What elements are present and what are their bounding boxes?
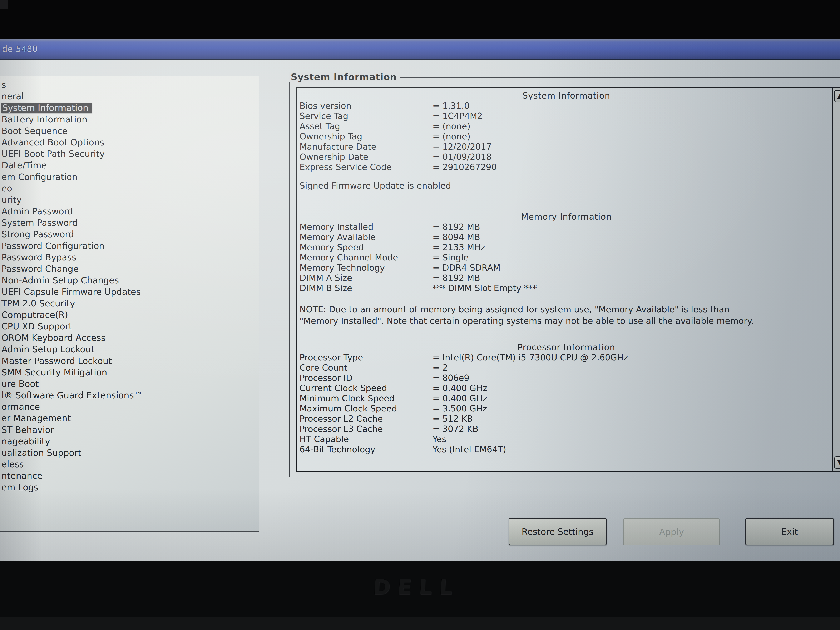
row-value: = 3.500 GHz [433, 403, 487, 414]
info-row: Service Tag= 1C4P4M2 [300, 111, 833, 121]
info-row: Manufacture Date= 12/20/2017 [300, 142, 833, 152]
sidebar-item-admin-setup-lockout[interactable]: Admin Setup Lockout [2, 343, 259, 355]
window-title: de 5480 [2, 44, 38, 54]
sidebar-item-manageability[interactable]: nageability [2, 436, 259, 447]
info-row: Minimum Clock Speed= 0.400 GHz [300, 393, 833, 403]
info-row: Memory Available= 8094 MB [300, 232, 833, 242]
apply-button[interactable]: Apply [623, 518, 720, 545]
row-label: Memory Technology [300, 263, 433, 273]
sidebar-item-boot-sequence[interactable]: Boot Sequence [2, 125, 259, 137]
row-value: *** DIMM Slot Empty *** [433, 283, 537, 293]
row-value: = 806e9 [433, 373, 469, 383]
sidebar-item-password-change[interactable]: Password Change [2, 263, 259, 275]
settings-tree-panel: s neral System Information Battery Infor… [0, 76, 259, 532]
info-row: Memory Channel Mode= Single [300, 252, 833, 263]
info-row: Current Clock Speed= 0.400 GHz [300, 383, 833, 393]
row-label: Current Clock Speed [300, 383, 433, 393]
dell-logo: DELL [372, 575, 460, 599]
sidebar-item-uefi-capsule-firmware-updates[interactable]: UEFI Capsule Firmware Updates [2, 286, 259, 298]
row-label: 64-Bit Technology [300, 444, 433, 455]
sidebar-item-tpm-security[interactable]: TPM 2.0 Security [2, 298, 259, 309]
sidebar-item-settings[interactable]: s [2, 79, 259, 91]
sidebar-item-system-information[interactable]: System Information [2, 102, 259, 113]
scroll-up-icon: ▲ [837, 92, 840, 99]
vertical-scrollbar[interactable]: ▲ ▼ [832, 88, 840, 471]
row-value: = 1.31.0 [433, 101, 470, 111]
sidebar-item-software-guard-extensions[interactable]: l® Software Guard Extensions™ [2, 390, 259, 401]
sidebar-item-secure-boot[interactable]: ure Boot [2, 378, 259, 390]
info-row: Express Service Code= 2910267290 [300, 162, 833, 172]
row-label: Express Service Code [300, 162, 433, 172]
row-value: = 2 [433, 363, 448, 373]
row-value: = 8192 MB [433, 222, 480, 232]
sidebar-item-non-admin-setup-changes[interactable]: Non-Admin Setup Changes [2, 275, 259, 286]
row-value: = 2910267290 [433, 162, 497, 172]
row-label: Processor ID [300, 373, 433, 383]
scroll-down-button[interactable]: ▼ [834, 457, 840, 469]
row-label: Memory Channel Mode [300, 252, 433, 263]
info-row: Bios version= 1.31.0 [300, 101, 833, 111]
restore-settings-button[interactable]: Restore Settings [508, 518, 606, 545]
row-value: = 0.400 GHz [433, 383, 487, 393]
system-information-content: System Information Bios version= 1.31.0 … [297, 88, 833, 471]
section-header-processor-information: Processor Information [300, 342, 833, 353]
row-label: DIMM A Size [300, 273, 433, 283]
info-row: Ownership Tag= (none) [300, 131, 833, 142]
sidebar-item-master-password-lockout[interactable]: Master Password Lockout [2, 355, 259, 367]
sidebar-item-security[interactable]: urity [2, 194, 259, 206]
row-value: = 2133 MHz [433, 242, 485, 252]
sidebar-item-video[interactable]: eo [2, 183, 259, 194]
sidebar-item-cpu-xd-support[interactable]: CPU XD Support [2, 321, 259, 332]
section-header-system-information: System Information [300, 91, 833, 101]
sidebar-item-date-time[interactable]: Date/Time [2, 159, 259, 171]
sidebar-item-computrace[interactable]: Computrace(R) [2, 309, 259, 321]
sidebar-item-admin-password[interactable]: Admin Password [2, 206, 259, 217]
row-value: = 8094 MB [433, 232, 480, 242]
sidebar-item-post-behavior[interactable]: ST Behavior [2, 424, 259, 436]
sidebar-item-general[interactable]: neral [2, 91, 259, 102]
row-value: = Single [433, 252, 469, 263]
sidebar-item-wireless[interactable]: eless [2, 458, 259, 470]
sidebar-item-advanced-boot-options[interactable]: Advanced Boot Options [2, 137, 259, 148]
row-value: Yes [433, 434, 446, 444]
sidebar-item-smm-security-mitigation[interactable]: SMM Security Mitigation [2, 367, 259, 378]
row-label: DIMM B Size [300, 283, 433, 293]
sidebar-item-battery-information[interactable]: Battery Information [2, 114, 259, 125]
row-label: Memory Installed [300, 222, 433, 232]
sidebar-item-orom-keyboard-access[interactable]: OROM Keyboard Access [2, 332, 259, 343]
sidebar-item-power-management[interactable]: er Management [2, 413, 259, 424]
row-label: Ownership Tag [300, 131, 433, 142]
row-label: Service Tag [300, 111, 433, 121]
laptop-bottom-bezel: DELL [0, 561, 840, 630]
laptop-top-bezel [0, 0, 840, 39]
info-row: DIMM B Size*** DIMM Slot Empty *** [300, 283, 833, 293]
info-row: Processor ID= 806e9 [300, 373, 833, 383]
info-row: DIMM A Size= 8192 MB [300, 273, 833, 283]
row-value: = 8192 MB [433, 273, 480, 283]
bios-title-bar: de 5480 [0, 39, 840, 60]
row-label: Processor Type [300, 353, 433, 363]
sidebar-item-virtualization-support[interactable]: ualization Support [2, 447, 259, 458]
scroll-up-button[interactable]: ▲ [834, 90, 840, 102]
info-row: 64-Bit TechnologyYes (Intel EM64T) [300, 444, 833, 455]
row-value: = 1C4P4M2 [433, 111, 483, 121]
exit-button[interactable]: Exit [745, 518, 834, 545]
sidebar-item-system-configuration[interactable]: em Configuration [2, 171, 259, 183]
row-label: Processor L2 Cache [300, 414, 433, 424]
row-label: Memory Available [300, 232, 433, 242]
sidebar-item-password-bypass[interactable]: Password Bypass [2, 252, 259, 263]
sidebar-item-system-password[interactable]: System Password [2, 217, 259, 228]
sidebar-item-performance[interactable]: ormance [2, 401, 259, 413]
scroll-down-icon: ▼ [837, 458, 840, 466]
row-label: Processor L3 Cache [300, 424, 433, 434]
row-label: Core Count [300, 363, 433, 373]
sidebar-item-uefi-boot-path-security[interactable]: UEFI Boot Path Security [2, 148, 259, 159]
sidebar-item-strong-password[interactable]: Strong Password [2, 228, 259, 240]
groupbox-legend: System Information [289, 72, 400, 82]
laptop-hinge [0, 617, 840, 630]
row-label: Manufacture Date [300, 142, 433, 152]
settings-tree: s neral System Information Battery Infor… [0, 76, 259, 493]
sidebar-item-system-logs[interactable]: em Logs [2, 482, 259, 493]
sidebar-item-maintenance[interactable]: ntenance [2, 470, 259, 482]
sidebar-item-password-configuration[interactable]: Password Configuration [2, 240, 259, 252]
